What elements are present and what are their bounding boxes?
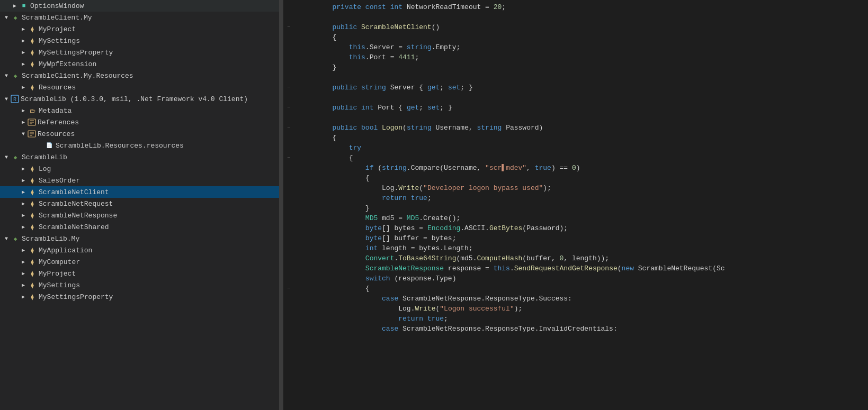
tree-item-my-wpf-extension[interactable]: ⧫ MyWpfExtension [0,58,279,70]
code-text-port-prop[interactable]: public int Port { get; set; } [294,103,868,113]
expand-arrow-my-project[interactable] [19,25,28,33]
code-text-case-invalid[interactable]: case ScrambleNetResponse.ResponseType.In… [294,324,868,334]
gutter-logon[interactable] [283,123,294,133]
expand-arrow-options-window[interactable] [11,2,19,10]
code-line-blank-4 [283,113,868,123]
tree-item-my-computer[interactable]: ⧫ MyComputer [0,256,279,268]
expand-arrow-scramble-lib-ref[interactable] [2,95,11,103]
expand-arrow-sales-order[interactable] [19,176,28,185]
plain: (md5. [456,254,477,262]
expand-arrow-my-project2[interactable] [19,269,28,278]
tree-item-resources-folder2[interactable]: Resources [0,128,279,140]
tree-item-my-settings[interactable]: ⧫ MySettings [0,35,279,47]
tree-item-scramble-net-request[interactable]: ⧫ ScrambleNetRequest [0,198,279,209]
plain: () [432,23,440,31]
code-text-return1[interactable]: return true; [294,193,868,203]
tree-item-scramble-net-shared[interactable]: ⧫ ScrambleNetShared [0,221,279,233]
code-text-switch[interactable]: switch (response.Type) [294,274,868,284]
tree-item-my-project[interactable]: ⧫ MyProject [0,23,279,35]
expand-arrow-my-application[interactable] [19,246,28,254]
solution-explorer-panel[interactable]: ■ OptionsWindow ◆ ScrambleClient.My ⧫ My… [0,0,281,410]
tree-item-resources-folder[interactable]: ⧫ Resources [0,81,279,93]
tree-item-my-project2[interactable]: ⧫ MyProject [0,268,279,279]
code-text-server-prop[interactable]: public string Server { get; set; } [294,83,868,93]
plain: .Create(); [419,214,460,222]
tree-item-scramble-lib-ref[interactable]: R ScrambleLib (1.0.3.0, msil, .Net Frame… [0,93,279,105]
plain: Password) [502,124,543,132]
code-line-open4: { [283,173,868,183]
code-text-open4: { [294,173,868,183]
plain: ; } [460,84,472,92]
expand-arrow-references[interactable] [19,118,28,126]
code-text-length[interactable]: int length = bytes.Length; [294,243,868,253]
code-line-buffer: byte[] buffer = bytes; [283,233,868,243]
code-text-return2[interactable]: return true; [294,314,868,324]
tree-item-log[interactable]: ⧫ Log [0,163,279,175]
expand-arrow-scramble-lib[interactable] [2,153,11,161]
gutter-server-prop[interactable] [283,83,294,93]
code-text-logwrite2[interactable]: Log.Write("Logon successful"); [294,304,868,314]
expand-arrow-my-computer[interactable] [19,258,28,266]
tree-item-scramble-lib-resources[interactable]: 📄 ScrambleLib.Resources.resources [0,140,279,151]
tree-item-scramble-lib[interactable]: ◆ ScrambleLib [0,151,279,163]
code-text-if[interactable]: if (string.Compare(Username, "scr▌mdev",… [294,163,868,173]
code-text-response[interactable]: ScrambleNetResponse response = this.Send… [294,263,868,274]
code-text-constructor[interactable]: public ScrambleNetClient() [294,22,868,32]
plain: Log. [382,184,398,192]
options-window-icon: ■ [19,2,29,10]
gutter-port-prop[interactable] [283,103,294,113]
scramble-lib-ref-icon: R [11,95,19,103]
expand-arrow-log[interactable] [19,165,28,173]
expand-arrow-scramble-client-resources[interactable] [2,71,11,80]
code-text-server[interactable]: this.Server = string.Empty; [294,42,868,52]
code-text-md5[interactable]: MD5 md5 = MD5.Create(); [294,213,868,223]
tree-item-my-application[interactable]: ⧫ MyApplication [0,244,279,256]
code-text-bytes[interactable]: byte[] bytes = Encoding.ASCII.GetBytes(P… [294,223,868,233]
tree-item-references[interactable]: References [0,116,279,128]
code-line-case-success: case ScrambleNetResponse.ResponseType.Su… [283,294,868,304]
expand-arrow-scramble-net-shared[interactable] [19,223,28,231]
tree-item-my-settings-property[interactable]: ⧫ MySettingsProperty [0,47,279,58]
tree-item-sales-order[interactable]: ⧫ SalesOrder [0,175,279,186]
tree-item-scramble-net-client[interactable]: ⧫ ScrambleNetClient [0,186,279,198]
expand-arrow-metadata[interactable] [19,106,28,115]
code-text-case-success[interactable]: case ScrambleNetResponse.ResponseType.Su… [294,294,868,304]
expand-arrow-my-settings2[interactable] [19,281,28,289]
plain: . [510,265,514,272]
tree-item-scramble-client-my[interactable]: ◆ ScrambleClient.My [0,12,279,23]
expand-arrow-scramble-net-client[interactable] [19,188,28,196]
tree-item-scramble-client-resources[interactable]: ◆ ScrambleClient.My.Resources [0,70,279,81]
expand-arrow-my-wpf-extension[interactable] [19,60,28,68]
expand-arrow-scramble-net-response[interactable] [19,211,28,220]
code-text-logon[interactable]: public bool Logon(string Username, strin… [294,123,868,133]
tree-item-scramble-net-response[interactable]: ⧫ ScrambleNetResponse [0,209,279,221]
tree-item-metadata[interactable]: 🗁 Metadata [0,105,279,116]
code-text-1[interactable]: private const int NetworkReadTimeout = 2… [294,2,868,12]
plain: ; [444,315,448,323]
tree-item-options-window[interactable]: ■ OptionsWindow [0,0,279,12]
kw-public2: public [332,84,357,92]
tree-item-scramble-lib-my[interactable]: ◆ ScrambleLib.My [0,233,279,244]
code-text-buffer[interactable]: byte[] buffer = bytes; [294,233,868,243]
expand-arrow-resources-folder[interactable] [19,83,28,92]
code-text-logwrite1[interactable]: Log.Write("Developer logon bypass used")… [294,183,868,193]
plain: [] bytes = [382,224,427,232]
code-text-convert[interactable]: Convert.ToBase64String(md5.ComputeHash(b… [294,253,868,263]
tree-item-my-settings2[interactable]: ⧫ MySettings [0,279,279,291]
type-response: ScrambleNetResponse [365,265,444,272]
expand-arrow-scramble-lib-my[interactable] [2,234,11,243]
expand-arrow-scramble-client-my[interactable] [2,13,11,22]
sales-order-label: SalesOrder [39,177,80,185]
type-convert: Convert [365,254,395,262]
gutter-open5[interactable] [283,284,294,294]
code-text-port[interactable]: this.Port = 4411; [294,52,868,62]
expand-arrow-my-settings-property2[interactable] [19,293,28,301]
tree-item-my-settings-property2[interactable]: ⧫ MySettingsProperty [0,291,279,303]
expand-arrow-my-settings-property[interactable] [19,48,28,57]
gutter-open3[interactable] [283,153,294,163]
expand-arrow-my-settings[interactable] [19,37,28,45]
expand-arrow-resources-folder2[interactable] [19,130,28,138]
expand-arrow-scramble-net-request[interactable] [19,199,28,208]
kw-string4: string [477,124,502,132]
gutter-constructor[interactable] [283,22,294,32]
